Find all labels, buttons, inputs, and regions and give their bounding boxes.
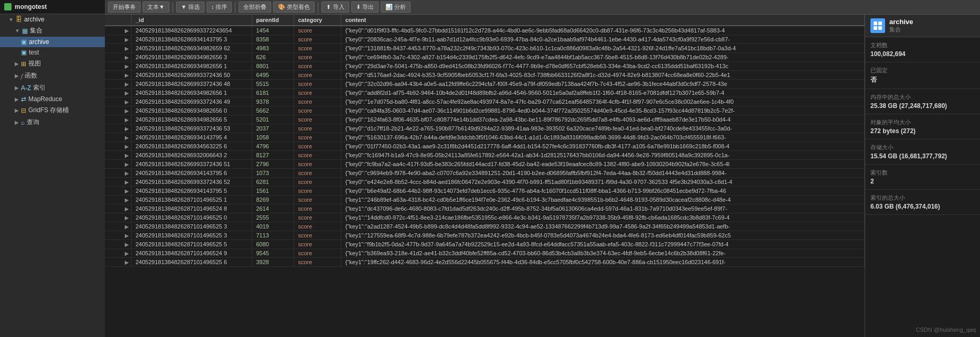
cell-parentid: 6281 xyxy=(252,178,294,187)
table-row[interactable]: Show ▶ 240529181384826286934982656 3626s… xyxy=(105,53,865,62)
table-row[interactable]: Show ▶ 240529181384826287101496525 34019… xyxy=(105,222,865,231)
text-button[interactable]: 文本▼ xyxy=(143,2,169,13)
table-row[interactable]: Show ▶ 240529181384826286993372436 50649… xyxy=(105,71,865,80)
sidebar-group-mapreduce[interactable]: ▶ ⇄ MapReduce xyxy=(0,94,105,104)
collection-grid-icon xyxy=(870,18,885,33)
table-row[interactable]: Show ▶ 240529181384826286934982656 18801… xyxy=(105,62,865,71)
cell-content: {"key0":"b6e49af2-68b6-44b2-98ff-93c1407… xyxy=(341,187,865,195)
cell-content: {"key0":"add8f2d1-af75-4b92-9464-10b4de2… xyxy=(341,89,865,97)
table-row[interactable]: Show ▶ 240529181384826287101496525 02555… xyxy=(105,213,865,222)
table-row[interactable]: Show ▶ 240529181384826286934982656 55201… xyxy=(105,115,865,124)
col-header-parentid[interactable]: parentId xyxy=(252,15,294,26)
sidebar-item-archive-db[interactable]: ▼ 🗄 archive xyxy=(0,14,105,25)
sidebar-group-query[interactable]: ▶ ⌕ 查询 xyxy=(0,116,105,128)
cell-content: {"key0":"ca84fa35-0603-47d4-ae07-36c1149… xyxy=(341,106,865,115)
new-task-button[interactable]: 开始事务 xyxy=(108,2,141,13)
cell-id: 240529181384826287101496525 5 xyxy=(131,240,252,249)
cell-parentid: 3928 xyxy=(252,258,294,267)
cell-parentid: 2037 xyxy=(252,124,294,133)
row-expand-icon: ▶ xyxy=(125,242,129,247)
analyze-button[interactable]: 📊 分析 xyxy=(381,2,411,13)
table-row[interactable]: Show ▶ 240529181384826286934143795 38358… xyxy=(105,35,865,44)
table-row[interactable]: Show ▶ 240529181384826286934982659 62498… xyxy=(105,44,865,53)
chevron-down-icon: ▼ xyxy=(8,17,14,23)
table-header-row: _id parentId category content xyxy=(105,15,865,26)
row-expand-icon: ▶ xyxy=(125,215,129,221)
row-number: Show ▶ xyxy=(105,240,131,249)
cell-id: 240529181384826286934982656 5 xyxy=(131,115,252,124)
cell-id: 240529181384826286993372436 49 xyxy=(131,97,252,106)
table-row[interactable]: Show ▶ 240529181384826286993372243654145… xyxy=(105,26,865,35)
cell-content: {"key1":"14ddfcd0-972c-4f51-8ee3-214cae1… xyxy=(341,213,865,222)
filter-button[interactable]: ▼ 筛选 xyxy=(176,2,204,13)
table-row[interactable]: Show ▶ 240529181384826287101496525 18269… xyxy=(105,195,865,204)
toolbar-separator xyxy=(173,2,173,13)
sidebar-group-gridfs[interactable]: ▶ ⊟ GridFS 存储桶 xyxy=(0,104,105,116)
cell-id: 240529181384826287101496525 1 xyxy=(131,195,252,204)
table-row[interactable]: Show ▶ 240529181384826286934143795 51561… xyxy=(105,187,865,195)
table-row[interactable]: Show ▶ 240529181384826286934143795 61073… xyxy=(105,169,865,178)
sort-button[interactable]: ↕ 排序 xyxy=(207,2,232,13)
cell-category: score xyxy=(294,26,341,35)
row-number: Show ▶ xyxy=(105,80,131,89)
type-color-button[interactable]: 🎨 类型着色 xyxy=(273,2,315,13)
table-row[interactable]: Show ▶ 240529181384826287101496525 63928… xyxy=(105,258,865,267)
connection-name: mongotest xyxy=(15,3,47,10)
cell-content: {"key0":"29d3ae7e-5041-475b-a850-d9ed415… xyxy=(341,62,865,71)
palette-icon: 🎨 xyxy=(278,4,287,10)
row-number: Show ▶ xyxy=(105,160,131,169)
table-row[interactable]: Show ▶ 240529181384826286993372436 51279… xyxy=(105,160,865,169)
export-button[interactable]: ⬇ 导出 xyxy=(351,2,379,13)
query-label: 查询 xyxy=(27,118,39,127)
row-number: Show ▶ xyxy=(105,26,131,35)
cell-id: 240529181384826286934982656 0 xyxy=(131,106,252,115)
cell-content: {"key0":"1e7d075d-ba80-4f81-a8cc-57ac4fe… xyxy=(341,97,865,106)
sidebar-item-test[interactable]: ▣ test xyxy=(0,47,105,58)
cell-category: score xyxy=(294,115,341,124)
cell-content: {"key0":"20836cac-245a-4f7e-9b11-aab7d1d… xyxy=(341,35,865,44)
data-grid[interactable]: _id parentId category content Show ▶ 240… xyxy=(105,15,865,337)
import-button[interactable]: ⬆ 导入 xyxy=(321,2,349,13)
table-row[interactable]: Show ▶ 240529181384826287101496524 82614… xyxy=(105,204,865,213)
table-row[interactable]: Show ▶ 240529181384826286932006643 28127… xyxy=(105,151,865,160)
cell-id: 240529181384826286993372436 48 xyxy=(131,80,252,89)
sidebar-item-archive[interactable]: ▣ archive xyxy=(0,37,105,47)
table-row[interactable]: Show ▶ 240529181384826286993372436 48551… xyxy=(105,80,865,89)
sidebar-connection[interactable]: mongotest xyxy=(0,0,105,14)
cell-content: {"key0":"d01f9f03-fffc-4bd5-9fc0-27bbdd1… xyxy=(341,26,865,35)
row-expand-icon: ▶ xyxy=(125,90,129,96)
sidebar-group-collections[interactable]: ▼ ▦ 集合 xyxy=(0,25,105,37)
cell-category: score xyxy=(294,151,341,160)
cell-category: score xyxy=(294,80,341,89)
table-row[interactable]: Show ▶ 240529181384826287101496525 37113… xyxy=(105,231,865,240)
cell-id: 240529181384826287101496524 9 xyxy=(131,249,252,258)
table-row[interactable]: Show ▶ 240529181384826287101496525 56080… xyxy=(105,240,865,249)
row-expand-icon: ▶ xyxy=(125,251,129,256)
sidebar-group-indexes[interactable]: ▶ A-Z 索引 xyxy=(0,82,105,94)
table-row[interactable]: Show ▶ 240529181384826286934563225 64796… xyxy=(105,142,865,151)
table-row[interactable]: Show ▶ 240529181384826287101496524 99545… xyxy=(105,249,865,258)
cell-category: score xyxy=(294,169,341,178)
row-number: Show ▶ xyxy=(105,89,131,97)
table-row[interactable]: Show ▶ 240529181384826286934982656 05662… xyxy=(105,106,865,115)
table-row[interactable]: Show ▶ 240529181384826286934143795 41058… xyxy=(105,133,865,142)
table-row[interactable]: Show ▶ 240529181384826286993372436 53203… xyxy=(105,124,865,133)
collapse-button[interactable]: 全部折叠 xyxy=(239,2,271,13)
sidebar-group-views[interactable]: ▶ ⊞ 视图 xyxy=(0,58,105,70)
chevron-right-icon: ▶ xyxy=(15,61,19,67)
cell-category: score xyxy=(294,62,341,71)
table-row[interactable]: Show ▶ 240529181384826286993372436 52628… xyxy=(105,178,865,187)
col-header-content[interactable]: content xyxy=(341,15,865,26)
stat-label: 索引的总大小 xyxy=(870,194,975,202)
col-header-category[interactable]: category xyxy=(294,15,341,26)
cell-parentid: 1058 xyxy=(252,133,294,142)
cell-content: {"key0":"131881fb-8437-4453-8770-a78a232… xyxy=(341,44,865,53)
cell-parentid: 6181 xyxy=(252,89,294,97)
cell-category: score xyxy=(294,213,341,222)
row-expand-icon: ▶ xyxy=(125,259,129,265)
sidebar-group-functions[interactable]: ▶ 𝑓 函数 xyxy=(0,70,105,82)
db-name-label: archive xyxy=(24,16,45,23)
table-row[interactable]: Show ▶ 240529181384826286934982656 16181… xyxy=(105,89,865,97)
col-header-id[interactable]: _id xyxy=(131,15,252,26)
table-row[interactable]: Show ▶ 240529181384826286993372436 49937… xyxy=(105,97,865,106)
